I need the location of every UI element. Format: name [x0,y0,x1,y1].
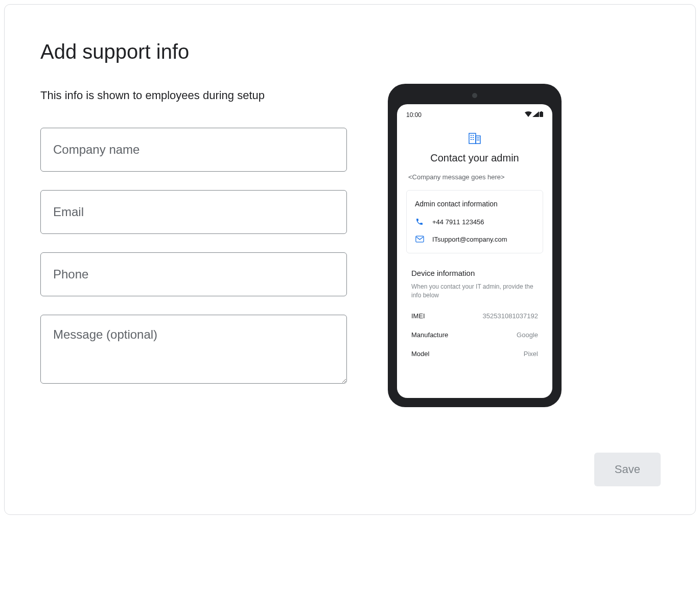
phone-camera-dot [472,93,477,98]
page-container: Add support info This info is shown to e… [4,4,696,515]
status-time: 10:00 [406,111,422,119]
svg-rect-11 [478,137,479,138]
contact-email-text: ITsupport@company.com [432,236,507,243]
signal-icon [532,111,539,119]
status-icons [525,111,543,119]
device-row-manufacture: Manufacture Google [411,331,538,339]
preview-title: Contact your admin [406,152,543,164]
svg-rect-12 [477,139,478,140]
phone-preview: 10:00 [388,84,562,407]
svg-rect-6 [471,137,472,138]
phone-icon [415,217,424,226]
device-value: 352531081037192 [483,312,538,320]
svg-rect-9 [473,139,474,140]
preview-content: Contact your admin <Company message goes… [404,123,545,358]
contact-phone-row: +44 7911 123456 [415,217,534,226]
phone-frame: 10:00 [388,84,562,407]
device-row-imei: IMEI 352531081037192 [411,312,538,320]
message-textarea[interactable] [40,315,347,384]
device-row-model: Model Pixel [411,350,538,358]
svg-rect-8 [471,139,472,140]
preview-message: <Company message goes here> [406,173,543,181]
content-wrapper: Add support info This info is shown to e… [40,40,660,407]
svg-rect-4 [471,135,472,136]
svg-rect-5 [473,135,474,136]
svg-rect-2 [469,133,476,144]
svg-rect-7 [473,137,474,138]
form-section: Add support info This info is shown to e… [40,40,347,386]
status-bar: 10:00 [404,111,545,123]
svg-rect-13 [478,139,479,140]
device-label: IMEI [411,312,425,320]
device-section: Device information When you contact your… [406,269,543,358]
contact-email-row: ITsupport@company.com [415,234,534,244]
device-label: Manufacture [411,331,448,339]
device-value: Pixel [524,350,538,358]
device-info-title: Device information [411,269,538,277]
battery-icon [540,111,543,119]
email-icon [415,234,424,244]
contact-phone-text: +44 7911 123456 [432,218,484,226]
contact-card: Admin contact information +44 7911 12345… [406,190,543,253]
svg-rect-1 [541,111,542,112]
wifi-icon [525,111,532,119]
device-info-subtitle: When you contact your IT admin, provide … [411,283,538,300]
device-value: Google [517,331,538,339]
svg-rect-14 [415,236,423,242]
contact-card-title: Admin contact information [415,200,534,208]
save-button[interactable]: Save [594,453,661,486]
svg-rect-3 [476,136,480,144]
company-name-input[interactable] [40,128,347,172]
svg-rect-10 [477,137,478,138]
page-title: Add support info [40,40,347,63]
email-input[interactable] [40,190,347,234]
page-subtitle: This info is shown to employees during s… [40,89,347,102]
svg-rect-0 [540,112,543,117]
building-icon [406,133,543,144]
phone-screen: 10:00 [397,104,552,398]
device-label: Model [411,350,429,358]
phone-input[interactable] [40,252,347,296]
